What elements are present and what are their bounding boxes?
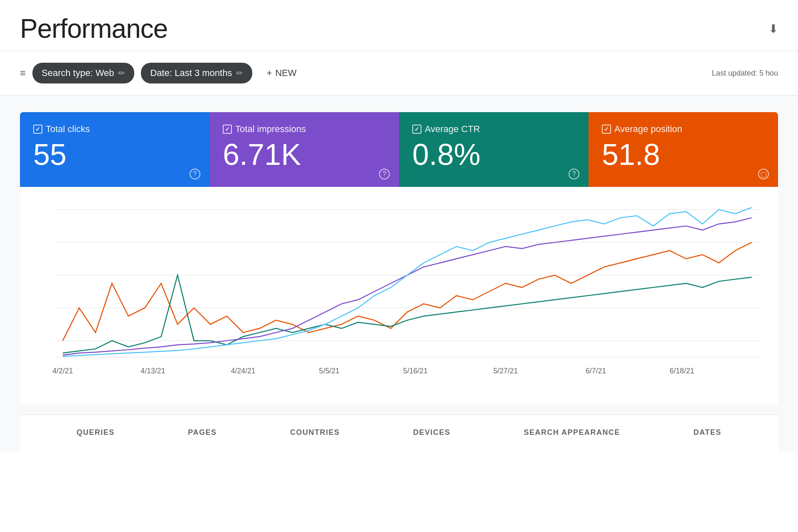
position-label-row: Average position — [602, 124, 765, 135]
date-chip-label: Date: Last 3 months — [150, 68, 232, 78]
clicks-info-icon[interactable]: ? — [190, 169, 200, 179]
download-icon[interactable]: ⬇ — [768, 22, 778, 36]
impressions-info-icon[interactable]: ? — [379, 169, 390, 179]
svg-text:4/2/21: 4/2/21 — [52, 367, 73, 375]
svg-text:5/16/21: 5/16/21 — [403, 367, 428, 375]
svg-text:5/5/21: 5/5/21 — [319, 367, 340, 375]
ctr-label-row: Average CTR — [412, 124, 575, 135]
svg-text:5/27/21: 5/27/21 — [493, 367, 518, 375]
total-impressions-card[interactable]: Total impressions 6.71K ? — [209, 112, 399, 187]
position-checkbox[interactable] — [602, 125, 611, 134]
performance-chart: 4/2/21 4/13/21 4/24/21 5/5/21 5/16/21 5/… — [30, 200, 768, 383]
new-filter-plus-icon: + — [266, 68, 272, 78]
svg-text:6/18/21: 6/18/21 — [670, 367, 694, 375]
position-label: Average position — [614, 124, 682, 135]
new-filter-label: NEW — [275, 68, 296, 78]
search-type-edit-icon: ✏ — [118, 68, 125, 78]
total-clicks-card[interactable]: Total clicks 55 ? — [20, 112, 209, 187]
metrics-row: Total clicks 55 ? Total impressions 6.71… — [20, 112, 778, 187]
ctr-label: Average CTR — [425, 124, 480, 135]
ctr-checkbox[interactable] — [412, 125, 421, 134]
filter-icon[interactable]: ≡ — [20, 67, 26, 79]
tab-countries[interactable]: COUNTRIES — [280, 423, 350, 443]
tab-dates[interactable]: DATES — [684, 423, 732, 443]
clicks-label: Total clicks — [46, 124, 90, 135]
ctr-info-icon[interactable]: ? — [569, 169, 579, 179]
bottom-tabs: QUERIES PAGES COUNTRIES DEVICES SEARCH A… — [20, 414, 778, 451]
last-updated-label: Last updated: 5 hou — [712, 69, 778, 78]
date-edit-icon: ✏ — [236, 68, 243, 78]
impressions-checkbox[interactable] — [223, 125, 232, 134]
impressions-label-row: Total impressions — [223, 124, 386, 135]
page-title: Performance — [20, 13, 167, 44]
average-position-card[interactable]: Average position 51.8 ▢ — [589, 112, 778, 187]
position-value: 51.8 — [602, 140, 765, 169]
main-content: Total clicks 55 ? Total impressions 6.71… — [0, 96, 798, 451]
svg-text:6/7/21: 6/7/21 — [586, 367, 606, 375]
header-actions: ⬇ — [768, 22, 778, 36]
chart-container: 4/2/21 4/13/21 4/24/21 5/5/21 5/16/21 5/… — [20, 187, 778, 405]
search-type-chip-label: Search type: Web — [42, 68, 114, 78]
page-header: Performance ⬇ — [0, 0, 798, 51]
impressions-value: 6.71K — [223, 140, 386, 169]
position-info-icon[interactable]: ▢ — [758, 169, 769, 179]
new-filter-button[interactable]: + NEW — [259, 64, 304, 83]
clicks-label-row: Total clicks — [33, 124, 196, 135]
date-chip[interactable]: Date: Last 3 months ✏ — [141, 63, 252, 83]
clicks-value: 55 — [33, 140, 196, 169]
impressions-label: Total impressions — [235, 124, 306, 135]
tab-devices[interactable]: DEVICES — [403, 423, 461, 443]
tab-pages[interactable]: PAGES — [178, 423, 227, 443]
ctr-value: 0.8% — [412, 140, 575, 169]
tab-queries[interactable]: QUERIES — [66, 423, 125, 443]
search-type-chip[interactable]: Search type: Web ✏ — [32, 63, 134, 83]
average-ctr-card[interactable]: Average CTR 0.8% ? — [399, 112, 589, 187]
svg-text:4/24/21: 4/24/21 — [231, 367, 255, 375]
tab-search-appearance[interactable]: SEARCH APPEARANCE — [514, 423, 630, 443]
svg-text:4/13/21: 4/13/21 — [140, 367, 165, 375]
filter-bar: ≡ Search type: Web ✏ Date: Last 3 months… — [0, 51, 798, 96]
clicks-checkbox[interactable] — [33, 125, 42, 134]
